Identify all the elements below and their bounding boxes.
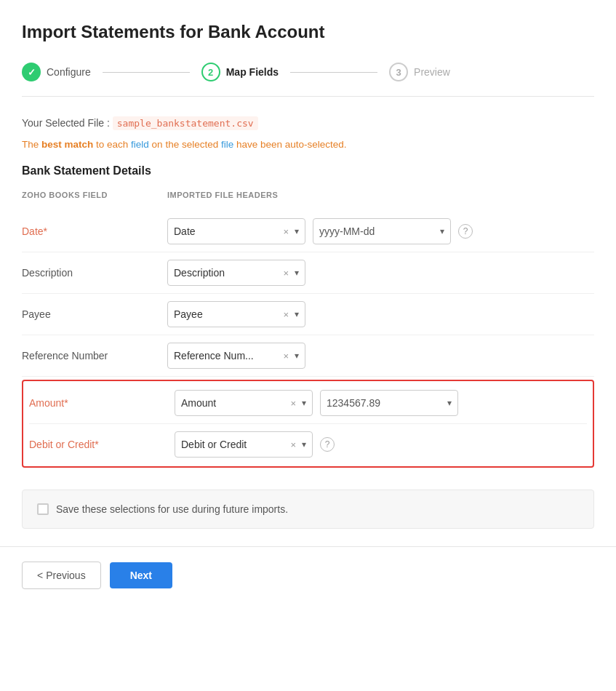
description-clear-icon[interactable]: × <box>281 268 290 279</box>
step-configure-circle: ✓ <box>22 63 41 81</box>
debit-credit-help-icon[interactable]: ? <box>320 437 335 452</box>
field-row-amount: Amount* Amount × ▾ 1234567.89 ▾ <box>29 383 587 424</box>
field-row-reference-number: Reference Number Reference Num... × ▾ <box>22 335 594 377</box>
col-header-zoho: ZOHO BOOKS FIELD <box>22 191 167 199</box>
auto-select-message: The best match to each field on the sele… <box>22 139 594 150</box>
step-configure[interactable]: ✓ Configure <box>22 63 91 81</box>
amount-format-dropdown[interactable]: 1234567.89 ▾ <box>320 390 458 416</box>
section-title: Bank Statement Details <box>22 164 594 177</box>
step-map-fields-label: Map Fields <box>226 66 279 78</box>
selected-file-label: Your Selected File : <box>22 117 113 129</box>
field-label-date: Date* <box>22 225 167 237</box>
debit-credit-clear-icon[interactable]: × <box>289 439 297 450</box>
reference-number-select-text: Reference Num... <box>174 350 277 362</box>
amount-arrow-icon[interactable]: ▾ <box>302 398 306 408</box>
date-select-text: Date <box>174 225 277 237</box>
field-label-amount: Amount* <box>29 397 175 409</box>
field-label-payee: Payee <box>22 308 167 320</box>
column-headers: ZOHO BOOKS FIELD IMPORTED FILE HEADERS <box>22 191 594 204</box>
previous-button-label: Previous <box>46 570 85 581</box>
field-label-description: Description <box>22 267 167 279</box>
description-select-text: Description <box>174 267 277 279</box>
payee-select-text: Payee <box>174 308 277 320</box>
col-header-imported: IMPORTED FILE HEADERS <box>167 191 495 199</box>
date-dropdown[interactable]: Date × ▾ <box>167 218 305 244</box>
debit-credit-dropdown[interactable]: Debit or Credit × ▾ <box>175 431 313 458</box>
step-map-fields-circle: 2 <box>201 63 220 81</box>
step-preview[interactable]: 3 Preview <box>389 63 450 81</box>
reference-number-clear-icon[interactable]: × <box>281 351 290 362</box>
chevron-left-icon: < <box>37 570 43 581</box>
description-dropdown[interactable]: Description × ▾ <box>167 260 305 286</box>
save-label: Save these selections for use during fut… <box>56 503 288 515</box>
date-arrow-icon[interactable]: ▾ <box>295 226 299 236</box>
step-configure-label: Configure <box>47 66 91 78</box>
field-controls-debit-credit: Debit or Credit × ▾ ? <box>175 431 587 458</box>
highlighted-fields-section: Amount* Amount × ▾ 1234567.89 ▾ Debit or… <box>22 380 594 468</box>
reference-number-dropdown[interactable]: Reference Num... × ▾ <box>167 343 305 369</box>
step-preview-circle: 3 <box>389 63 408 81</box>
description-arrow-icon[interactable]: ▾ <box>295 268 299 278</box>
next-button[interactable]: Next <box>110 562 172 588</box>
amount-clear-icon[interactable]: × <box>289 398 297 409</box>
field-controls-payee: Payee × ▾ <box>167 301 594 327</box>
payee-arrow-icon[interactable]: ▾ <box>295 309 299 319</box>
date-clear-icon[interactable]: × <box>281 226 290 237</box>
payee-dropdown[interactable]: Payee × ▾ <box>167 301 305 327</box>
reference-number-arrow-icon[interactable]: ▾ <box>295 351 299 361</box>
field-row-debit-credit: Debit or Credit* Debit or Credit × ▾ ? <box>29 424 587 465</box>
step-connector-2 <box>290 72 377 73</box>
next-button-label: Next <box>130 570 152 581</box>
footer: < Previous Next <box>0 546 616 604</box>
amount-format-text: 1234567.89 <box>327 397 443 409</box>
field-row-payee: Payee Payee × ▾ <box>22 294 594 335</box>
debit-credit-select-text: Debit or Credit <box>181 439 284 450</box>
field-rows: Date* Date × ▾ yyyy-MM-dd ▾ ? Descriptio… <box>22 211 594 377</box>
amount-format-arrow-icon[interactable]: ▾ <box>447 398 452 408</box>
field-controls-description: Description × ▾ <box>167 260 594 286</box>
field-controls-amount: Amount × ▾ 1234567.89 ▾ <box>175 390 587 416</box>
previous-button[interactable]: < Previous <box>22 562 101 589</box>
stepper: ✓ Configure 2 Map Fields 3 Preview <box>22 63 594 97</box>
field-row-description: Description Description × ▾ <box>22 252 594 294</box>
field-row-date: Date* Date × ▾ yyyy-MM-dd ▾ ? <box>22 211 594 252</box>
step-map-fields[interactable]: 2 Map Fields <box>201 63 279 81</box>
field-label-reference-number: Reference Number <box>22 350 167 362</box>
step-preview-label: Preview <box>414 66 450 78</box>
date-format-text: yyyy-MM-dd <box>319 225 436 237</box>
selected-file-info: Your Selected File : sample_bankstatemen… <box>22 117 594 129</box>
payee-clear-icon[interactable]: × <box>281 309 290 320</box>
field-controls-reference-number: Reference Num... × ▾ <box>167 343 594 369</box>
field-label-debit-credit: Debit or Credit* <box>29 439 175 450</box>
date-format-arrow-icon[interactable]: ▾ <box>440 226 444 236</box>
debit-credit-arrow-icon[interactable]: ▾ <box>302 439 306 450</box>
step-connector-1 <box>103 72 190 73</box>
field-controls-date: Date × ▾ yyyy-MM-dd ▾ ? <box>167 218 594 244</box>
date-format-dropdown[interactable]: yyyy-MM-dd ▾ <box>313 218 451 244</box>
page-title: Import Statements for Bank Account <box>22 22 594 42</box>
file-name: sample_bankstatement.csv <box>113 116 258 130</box>
amount-select-text: Amount <box>181 397 284 409</box>
save-selections-area: Save these selections for use during fut… <box>22 490 594 529</box>
amount-dropdown[interactable]: Amount × ▾ <box>175 390 313 416</box>
date-help-icon[interactable]: ? <box>458 224 473 239</box>
save-checkbox[interactable] <box>37 503 49 515</box>
